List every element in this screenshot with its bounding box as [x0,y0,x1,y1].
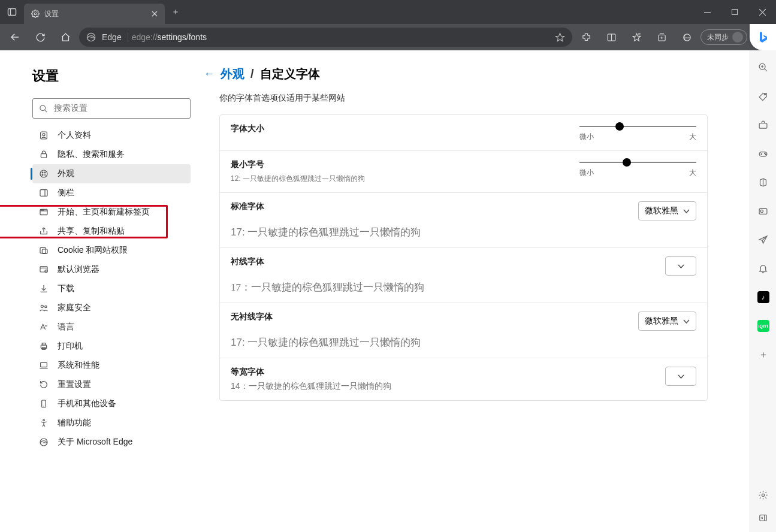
nav-default-browser[interactable]: 默认浏览器 [32,260,191,279]
serif-font-dropdown[interactable] [665,256,696,276]
bell-icon[interactable] [757,262,769,274]
bing-sidebar-button[interactable] [750,24,776,50]
home-button[interactable] [54,27,77,47]
edge-logo-icon [86,32,96,42]
nav-profile[interactable]: 个人资料 [32,126,191,145]
ie-mode-button[interactable] [675,27,698,47]
svg-point-72 [760,210,763,212]
avatar-icon [732,32,743,43]
phone-icon [38,399,49,409]
row-sans-font: 无衬线字体 微软雅黑 17: 一只敏捷的棕色狐狸跳过一只懒惰的狗 [220,303,707,358]
search-placeholder: 搜索设置 [54,103,87,114]
svg-point-32 [44,172,46,173]
edge-icon [38,437,49,447]
tab-actions-button[interactable] [0,0,24,24]
nav-languages[interactable]: 语言 [32,318,191,337]
svg-point-68 [765,153,765,153]
office-icon[interactable] [757,176,769,188]
address-bar[interactable]: Edge edge://settings/fonts [79,28,572,47]
accessibility-icon [38,418,49,428]
nav-family[interactable]: 家庭安全 [32,298,191,318]
download-icon [38,284,49,294]
svg-rect-29 [41,154,46,158]
window-titlebar: 设置 ＋ [0,0,776,24]
nav-privacy[interactable]: 隐私、搜索和服务 [32,145,191,164]
svg-point-69 [765,154,766,155]
nav-about[interactable]: 关于 Microsoft Edge [32,433,191,452]
close-tab-icon[interactable] [152,11,158,17]
outlook-icon[interactable] [757,205,769,217]
row-standard-font: 标准字体 微软雅黑 17: 一只敏捷的棕色狐狸跳过一只懒惰的狗 [220,192,707,247]
nav-system[interactable]: 系统和性能 [32,356,191,375]
nav-printers[interactable]: 打印机 [32,337,191,356]
tiktok-app-icon[interactable]: ♪ [757,291,769,303]
settings-search-input[interactable]: 搜索设置 [32,98,191,119]
profile-sync-button[interactable]: 未同步 [700,29,747,45]
maximize-button[interactable] [721,0,748,24]
close-window-button[interactable] [748,0,776,24]
nav-start-home-newtab[interactable]: 开始、主页和新建标签页 [32,202,191,222]
back-arrow-icon[interactable]: ← [204,68,215,80]
svg-rect-43 [40,267,47,272]
collections-button[interactable] [650,27,673,47]
sans-font-sample: 17: 一只敏捷的棕色狐狸跳过一只懒惰的狗 [231,335,696,349]
svg-point-25 [40,105,46,110]
row-min-size: 最小字号 12: 一只敏捷的棕色狐狸跳过一只懒惰的狗 微小大 [220,150,707,192]
split-screen-button[interactable] [600,27,623,47]
iqiyi-app-icon[interactable]: iQIYI [757,320,769,332]
svg-line-60 [765,68,767,71]
svg-rect-6 [732,10,738,15]
sans-font-dropdown[interactable]: 微软雅黑 [638,312,696,331]
games-icon[interactable] [757,147,769,159]
min-size-slider[interactable]: 微小大 [579,159,696,178]
svg-point-74 [762,494,764,496]
mono-font-label: 等宽字体 [231,367,391,377]
svg-point-40 [43,210,44,210]
nav-share-copy-paste[interactable]: 共享、复制和粘贴 [32,222,191,241]
window-controls [693,0,776,24]
briefcase-icon[interactable] [757,119,769,131]
chevron-down-icon [683,319,690,324]
paint-icon [38,169,49,179]
nav-reset[interactable]: 重置设置 [32,375,191,394]
extensions-button[interactable] [575,27,597,47]
row-serif-font: 衬线字体 17：一只敏捷的棕色狐狸跳过一只懒惰的狗 [220,247,707,303]
sync-label: 未同步 [707,32,729,43]
svg-point-2 [34,13,37,15]
breadcrumb-parent[interactable]: 外观 [221,66,244,82]
nav-appearance[interactable]: 外观 [32,164,191,183]
tab-title: 设置 [44,9,59,19]
nav-accessibility[interactable]: 辅助功能 [32,413,191,433]
hide-rail-icon[interactable] [757,512,769,524]
breadcrumb-sep: / [250,67,254,81]
svg-rect-51 [42,343,45,345]
nav-phone[interactable]: 手机和其他设备 [32,394,191,413]
standard-font-label: 标准字体 [231,201,264,212]
nav-downloads[interactable]: 下载 [32,279,191,298]
favorites-button[interactable] [625,27,648,47]
font-size-slider[interactable]: 微小大 [579,123,696,142]
send-icon[interactable] [757,234,769,246]
search-icon [39,104,48,113]
rail-settings-icon[interactable] [757,489,769,501]
favorite-star-icon[interactable] [555,32,565,43]
min-size-desc: 12: 一只敏捷的棕色狐狸跳过一只懒惰的狗 [231,174,365,184]
browser-tab-settings[interactable]: 设置 [24,4,165,24]
new-tab-button[interactable]: ＋ [165,1,186,23]
refresh-button[interactable] [29,27,52,47]
language-icon [38,322,49,332]
mono-font-dropdown[interactable] [665,367,696,386]
standard-font-dropdown[interactable]: 微软雅黑 [638,201,696,220]
coupons-icon[interactable] [757,90,769,102]
nav-sidebar[interactable]: 侧栏 [32,183,191,202]
back-button[interactable] [4,27,26,47]
row-font-size: 字体大小 微小大 [220,115,707,150]
standard-font-sample: 17: 一只敏捷的棕色狐狸跳过一只懒惰的狗 [231,225,696,239]
sidebar-icon [38,188,49,198]
svg-point-63 [764,93,765,95]
minimize-button[interactable] [693,0,721,24]
svg-rect-0 [8,9,16,16]
add-rail-item-button[interactable]: ＋ [757,349,769,361]
nav-cookies[interactable]: Cookie 和网站权限 [32,241,191,260]
search-plus-icon[interactable] [757,61,769,73]
